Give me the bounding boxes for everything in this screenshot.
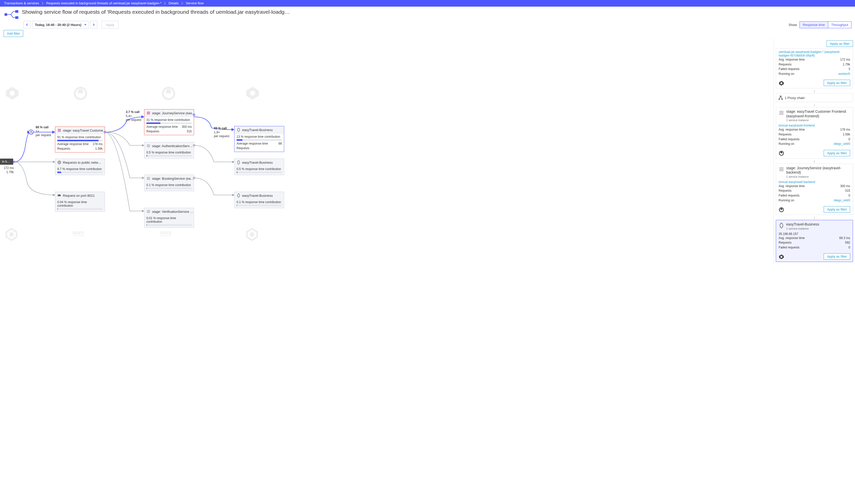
- web-service-icon: [779, 110, 784, 115]
- svg-point-25: [780, 223, 783, 228]
- source-node[interactable]: in bac…: [0, 159, 13, 165]
- edge-label: 3.7 % call5.4×per request: [126, 110, 141, 122]
- custom-service-icon: [236, 194, 241, 198]
- svg-rect-11: [31, 131, 32, 131]
- kubernetes-icon: [779, 80, 784, 86]
- timeframe-label: Today, 18:40 - 20:40 (2 Hours): [35, 23, 81, 27]
- flow-node-dot[interactable]: [104, 131, 106, 133]
- flow-node-dot[interactable]: [193, 177, 195, 179]
- svg-rect-1: [15, 10, 18, 13]
- show-label: Show: [788, 23, 797, 27]
- sitemap-icon: [30, 131, 32, 133]
- svg-point-16: [237, 161, 239, 164]
- flow-node-dot[interactable]: [193, 114, 195, 116]
- globe-icon: [57, 160, 61, 164]
- process-link[interactable]: uemload.jar easytravel-loadgen-* (easytr…: [779, 50, 850, 57]
- process-group-link[interactable]: tomcat easytravel-frontend: [779, 124, 850, 127]
- process-group-link[interactable]: tomcat easytravel-backend: [779, 180, 850, 184]
- service-node-easytravel-customer[interactable]: stage: easyTravel Custome… 91 % response…: [55, 126, 105, 152]
- flow-node-dot[interactable]: [13, 161, 15, 163]
- edge-label: 88 % call1×per request: [36, 126, 51, 138]
- custom-service-icon: [236, 160, 241, 164]
- breadcrumb-item[interactable]: Details: [166, 0, 183, 6]
- cloud-foundry-icon: [779, 150, 784, 156]
- web-service-icon: [146, 176, 150, 180]
- service-node-authentication[interactable]: stage: AuthenticationServ… 0.5 % respons…: [144, 142, 194, 159]
- web-service-icon: [146, 144, 150, 148]
- breadcrumb-item[interactable]: Requests executed in background threads …: [44, 0, 166, 6]
- svg-rect-0: [4, 13, 7, 16]
- svg-rect-22: [781, 99, 783, 100]
- flow-arrow-icon: ↓: [776, 89, 853, 93]
- sitemap-icon: [779, 96, 783, 100]
- service-node-journey-service[interactable]: stage: JourneyService (eas… 31 % respons…: [144, 109, 194, 135]
- contribution-bar: [57, 140, 103, 141]
- time-next-button[interactable]: [90, 21, 97, 29]
- svg-rect-12: [30, 132, 31, 133]
- apply-as-filter-button[interactable]: Apply as filter: [826, 40, 853, 47]
- sp-block-business-selected[interactable]: easyTravel-Business1 service instance 35…: [776, 220, 853, 262]
- segment-throughput[interactable]: Throughput: [828, 21, 852, 28]
- proxy-chain-block[interactable]: 1 Proxy chain: [776, 93, 853, 102]
- running-on-link[interactable]: diego_cell/0: [834, 198, 850, 203]
- svg-rect-21: [779, 99, 780, 100]
- service-node-easytravel-business-1[interactable]: easyTravel-Business 13 % response time c…: [234, 126, 284, 152]
- svg-rect-20: [780, 96, 781, 97]
- edge-label: 99 % call1.9×per request: [214, 126, 229, 139]
- apply-as-filter-button[interactable]: Apply as filter: [824, 206, 850, 213]
- source-stats: 172 ms1.79k: [0, 166, 14, 174]
- chevron-down-icon: [84, 24, 86, 25]
- svg-rect-2: [15, 16, 18, 19]
- web-service-icon: [779, 166, 784, 172]
- custom-service-icon: [779, 223, 784, 228]
- svg-rect-13: [32, 132, 32, 133]
- apply-as-filter-button[interactable]: Apply as filter: [824, 150, 850, 156]
- custom-service-icon: [236, 128, 241, 132]
- time-prev-button[interactable]: [23, 21, 31, 29]
- running-on-link[interactable]: diego_cell/0: [834, 142, 850, 146]
- service-node-port-8021[interactable]: Request on port 8021 0.04 % response tim…: [55, 192, 105, 212]
- cloud-icon: [57, 194, 61, 198]
- breadcrumbs: Transactions & services Requests execute…: [0, 0, 855, 6]
- flow-arrow-icon: ↓: [776, 215, 853, 219]
- proxy-chain-node[interactable]: [29, 129, 34, 134]
- service-node-verification[interactable]: stage: VerificationService … 0.01 % resp…: [144, 208, 194, 228]
- web-service-icon: [146, 111, 150, 115]
- service-flow-icon: [3, 8, 20, 20]
- flow-arrow-icon: ↓: [776, 159, 853, 163]
- sp-block-frontend[interactable]: stage: easyTravel Customer Frontend (eas…: [776, 107, 853, 158]
- svg-point-19: [780, 82, 782, 84]
- flow-node-dot[interactable]: [193, 144, 195, 146]
- flow-edges: [0, 38, 773, 266]
- segment-response-time[interactable]: Response time: [800, 21, 828, 28]
- kubernetes-icon: [779, 254, 784, 259]
- web-service-icon: [57, 128, 61, 132]
- svg-point-15: [237, 128, 239, 131]
- svg-point-27: [780, 256, 782, 257]
- flow-arrow-icon: ↓: [776, 103, 853, 107]
- ip-address: 35.196.66.157: [779, 232, 850, 236]
- cloud-foundry-icon: [779, 207, 784, 213]
- service-node-public-networks[interactable]: Requests to public netw… 8.7 % response …: [55, 159, 105, 175]
- apply-as-filter-button[interactable]: Apply as filter: [824, 253, 850, 259]
- apply-as-filter-button[interactable]: Apply as filter: [824, 80, 850, 86]
- service-node-easytravel-business-2[interactable]: easyTravel-Business 0.5 % response time …: [234, 159, 284, 175]
- metric-toggle: Response time Throughput: [800, 21, 852, 28]
- svg-point-17: [237, 194, 239, 197]
- apply-button[interactable]: Apply: [101, 21, 119, 29]
- add-filter-button[interactable]: Add filter: [3, 30, 23, 37]
- web-service-icon: [146, 210, 150, 214]
- breadcrumb-item[interactable]: Service flow: [183, 0, 208, 6]
- service-node-easytravel-business-3[interactable]: easyTravel-Business 0.1 % response time …: [234, 192, 284, 208]
- page-title: Showing service flow of requests of 'Req…: [22, 8, 852, 15]
- sp-block-journey[interactable]: stage: JourneyService (easytravel-backen…: [776, 164, 853, 215]
- running-on-link[interactable]: worker/0: [838, 72, 850, 76]
- timeframe-picker[interactable]: Today, 18:40 - 20:40 (2 Hours): [32, 21, 89, 29]
- service-node-booking[interactable]: stage: BookingService (ea… 0.1 % respons…: [144, 175, 194, 191]
- service-flow-canvas[interactable]: aws aws: [0, 38, 773, 266]
- detail-panel: Apply as filter uemload.jar easytravel-l…: [773, 38, 855, 266]
- breadcrumb-item[interactable]: Transactions & services: [1, 0, 44, 6]
- sp-block-process[interactable]: uemload.jar easytravel-loadgen-* (easytr…: [776, 48, 853, 88]
